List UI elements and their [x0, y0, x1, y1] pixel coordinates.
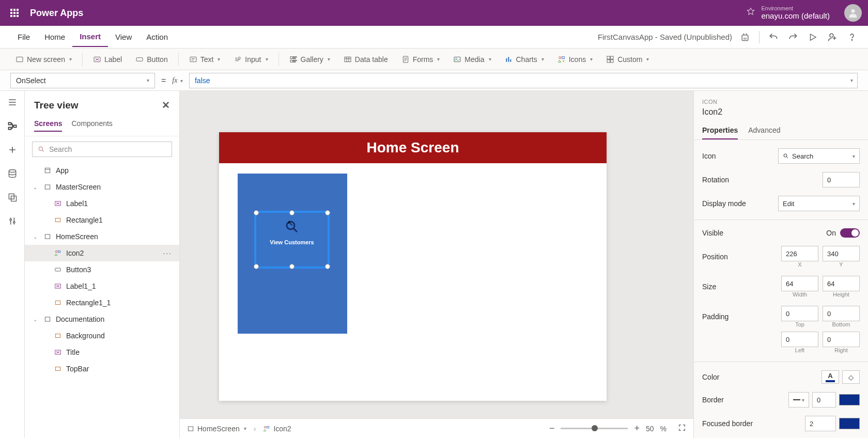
position-x-input[interactable] [781, 246, 818, 261]
breadcrumb-control[interactable]: Icon2 [263, 425, 291, 433]
data-icon[interactable] [6, 167, 19, 180]
tree-node-homescreen[interactable]: ⌄ HomeScreen [25, 228, 179, 245]
tree-node-label1-1[interactable]: Label1_1 [25, 278, 179, 294]
tab-components[interactable]: Components [71, 116, 112, 132]
size-width-input[interactable] [781, 276, 818, 291]
icon-select[interactable]: Search ▾ [778, 148, 860, 164]
position-y-input[interactable] [823, 246, 860, 261]
gallery-button[interactable]: Gallery▾ [284, 52, 335, 67]
border-width-input[interactable] [812, 392, 836, 408]
canvas-card[interactable]: ↖ View Customers [238, 174, 347, 334]
label-icon [54, 199, 62, 208]
insert-ribbon: New screen▾ Label Button Text▾ Input▾ Ga… [0, 49, 868, 70]
hamburger-icon[interactable] [6, 96, 19, 108]
padding-bottom-input[interactable] [823, 306, 860, 321]
focused-border-color-swatch[interactable] [839, 418, 860, 429]
app-launcher-icon[interactable] [6, 5, 23, 21]
border-color-swatch[interactable] [839, 394, 860, 405]
menu-file[interactable]: File [10, 27, 37, 46]
zoom-in-icon[interactable]: + [634, 423, 640, 434]
tree-node-background[interactable]: Background [25, 327, 179, 344]
display-mode-select[interactable]: Edit▾ [778, 196, 860, 211]
insert-pane-icon[interactable] [6, 144, 19, 156]
svg-point-27 [9, 170, 16, 173]
tree-node-rectangle1-1[interactable]: Rectangle1_1 [25, 294, 179, 311]
share-icon[interactable] [827, 32, 838, 43]
app-checker-icon[interactable] [739, 32, 751, 43]
tree-view-icon[interactable] [6, 120, 19, 132]
advanced-tools-icon[interactable] [6, 215, 19, 227]
padding-right-input[interactable] [823, 332, 860, 347]
menu-insert[interactable]: Insert [72, 27, 108, 47]
tree-node-app[interactable]: App [25, 162, 179, 179]
svg-rect-26 [13, 125, 16, 127]
property-selector[interactable]: OnSelect▾ [10, 73, 155, 88]
tree-node-topbar[interactable]: TopBar [25, 361, 179, 377]
user-avatar[interactable] [844, 4, 862, 22]
search-input[interactable]: Search [32, 142, 172, 157]
more-icon[interactable]: ··· [163, 249, 172, 257]
focused-border-input[interactable] [805, 416, 836, 431]
undo-icon[interactable] [768, 32, 779, 43]
border-style-select[interactable]: ▾ [788, 392, 809, 408]
label-button[interactable]: Label [88, 52, 127, 67]
resize-handle[interactable] [325, 264, 330, 269]
menu-action[interactable]: Action [139, 27, 175, 46]
padding-top-input[interactable] [781, 306, 818, 321]
app-canvas[interactable]: Home Screen ↖ View Customers [219, 132, 607, 401]
menu-view[interactable]: View [108, 27, 139, 46]
close-icon[interactable]: ✕ [162, 99, 170, 111]
environment-picker[interactable]: Environment enayu.com (default) [746, 6, 830, 20]
tab-properties[interactable]: Properties [702, 122, 738, 139]
tree-node-title[interactable]: Title [25, 344, 179, 361]
tree-node-masterscreen[interactable]: ⌄ MasterScreen [25, 179, 179, 195]
resize-handle[interactable] [289, 264, 295, 269]
custom-button[interactable]: Custom▾ [601, 52, 654, 67]
resize-handle[interactable] [254, 264, 259, 269]
new-screen-button[interactable]: New screen▾ [10, 52, 77, 67]
charts-button[interactable]: Charts▾ [500, 52, 549, 67]
resize-handle[interactable] [325, 210, 330, 215]
button-button[interactable]: Button [130, 52, 173, 67]
play-icon[interactable] [807, 32, 818, 43]
resize-handle[interactable] [289, 210, 295, 215]
menu-home[interactable]: Home [37, 27, 72, 46]
tree-node-rectangle1[interactable]: Rectangle1 [25, 212, 179, 228]
svg-rect-33 [45, 168, 50, 173]
tree-node-documentation[interactable]: ⌄ Documentation [25, 311, 179, 327]
formula-bar: OnSelect▾ = fx ▾ false▾ [0, 70, 868, 91]
tab-screens[interactable]: Screens [34, 116, 62, 132]
input-button[interactable]: Input▾ [228, 52, 273, 67]
tree-view-panel: Tree view ✕ Screens Components Search Ap… [25, 91, 180, 438]
data-table-button[interactable]: Data table [338, 52, 393, 67]
resize-handle[interactable] [254, 210, 259, 215]
chevron-down-icon[interactable]: ⌄ [33, 184, 39, 190]
media-pane-icon[interactable] [6, 191, 19, 204]
formula-input[interactable]: false▾ [189, 73, 858, 88]
selected-icon-control[interactable]: ↖ View Customers [254, 211, 330, 269]
size-height-input[interactable] [823, 276, 860, 291]
help-icon[interactable] [846, 32, 858, 43]
tree-node-icon2[interactable]: Icon2 ··· [25, 245, 179, 261]
icons-button[interactable]: Icons▾ [552, 52, 598, 67]
chevron-down-icon[interactable]: ⌄ [33, 234, 39, 240]
visible-toggle[interactable] [840, 228, 860, 238]
fit-icon[interactable] [678, 424, 686, 433]
tree-node-label1[interactable]: Label1 [25, 195, 179, 212]
breadcrumb-screen[interactable]: HomeScreen▾ [187, 425, 246, 433]
forms-button[interactable]: Forms▾ [396, 52, 445, 67]
zoom-out-icon[interactable]: − [549, 423, 555, 434]
rotation-input[interactable] [823, 172, 860, 187]
tree-node-button3[interactable]: Button3 [25, 261, 179, 278]
padding-left-input[interactable] [781, 332, 818, 347]
zoom-slider[interactable] [561, 428, 628, 429]
color-picker[interactable]: A [822, 370, 839, 384]
fx-icon[interactable]: fx ▾ [172, 76, 183, 85]
tab-advanced[interactable]: Advanced [748, 122, 780, 139]
text-button[interactable]: Text▾ [184, 52, 226, 67]
media-button[interactable]: Media▾ [448, 52, 496, 67]
fill-picker[interactable]: ◇ [842, 370, 860, 384]
menu-bar: File Home Insert View Action FirstCanvas… [0, 26, 868, 49]
redo-icon[interactable] [787, 32, 799, 43]
chevron-down-icon[interactable]: ⌄ [33, 317, 39, 322]
